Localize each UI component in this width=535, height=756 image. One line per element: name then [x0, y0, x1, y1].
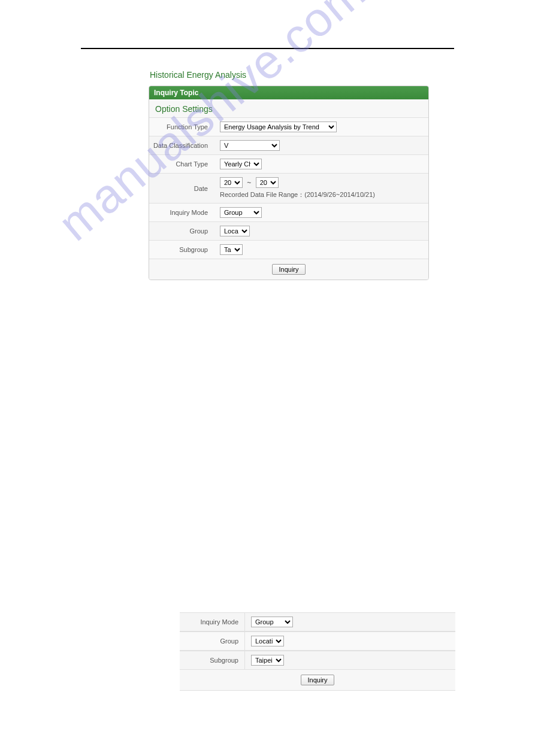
label2-inquiry-mode: Inquiry Mode — [180, 614, 244, 630]
select-group[interactable]: Location — [220, 226, 250, 236]
row2-subgroup: Subgroup Taipei — [180, 651, 455, 670]
page-title: Historical Energy Analysis — [149, 70, 429, 80]
row-inquiry-mode: Inquiry Mode Group — [149, 204, 428, 222]
inquiry-panel: Inquiry Topic Option Settings Function T… — [149, 86, 429, 280]
panel-main-wrapper: Historical Energy Analysis Inquiry Topic… — [149, 70, 429, 280]
cell-date: 2014 ~ 2014 Recorded Data File Range：(20… — [214, 174, 428, 203]
panel-secondary-wrapper: Inquiry Mode Group Group Location Subgro… — [180, 612, 455, 691]
label-function-type: Function Type — [149, 119, 214, 135]
select-subgroup[interactable]: Taipei — [220, 244, 243, 255]
label-date: Date — [149, 180, 214, 197]
row2-inquiry-mode: Inquiry Mode Group — [180, 612, 455, 631]
row-chart-type: Chart Type Yearly Chart — [149, 155, 428, 174]
select-chart-type[interactable]: Yearly Chart — [220, 159, 262, 169]
cell2-subgroup: Taipei — [244, 651, 455, 669]
cell-function-type: Energy Usage Analysis by Trend — [214, 118, 428, 136]
label-inquiry-mode: Inquiry Mode — [149, 204, 214, 221]
select-date-from[interactable]: 2014 — [220, 177, 243, 188]
inquiry-button[interactable]: Inquiry — [272, 264, 305, 275]
label-chart-type: Chart Type — [149, 156, 214, 172]
label-data-classification: Data Classification — [149, 137, 214, 154]
row-group: Group Location — [149, 222, 428, 241]
cell-group: Location — [214, 222, 428, 240]
submit-row-2: Inquiry — [180, 670, 455, 691]
date-separator: ~ — [247, 178, 251, 187]
cell-data-classification: V — [214, 136, 428, 154]
row-subgroup: Subgroup Taipei — [149, 241, 428, 259]
row-function-type: Function Type Energy Usage Analysis by T… — [149, 118, 428, 136]
select-data-classification[interactable]: V — [220, 140, 280, 151]
select2-subgroup[interactable]: Taipei — [251, 655, 284, 666]
label2-subgroup: Subgroup — [180, 652, 244, 669]
panel-header: Inquiry Topic — [149, 86, 428, 99]
row-date: Date 2014 ~ 2014 Recorded Data File Rang… — [149, 174, 428, 204]
select-function-type[interactable]: Energy Usage Analysis by Trend — [220, 122, 337, 132]
cell-inquiry-mode: Group — [214, 204, 428, 221]
row2-group: Group Location — [180, 631, 455, 651]
page-top-rule — [81, 48, 454, 49]
cell-subgroup: Taipei — [214, 241, 428, 259]
cell-chart-type: Yearly Chart — [214, 155, 428, 173]
select2-group[interactable]: Location — [251, 636, 284, 646]
panel-subtitle: Option Settings — [149, 99, 428, 118]
cell2-inquiry-mode: Group — [244, 613, 455, 631]
recorded-range-text: Recorded Data File Range：(2014/9/26~2014… — [220, 190, 422, 199]
select2-inquiry-mode[interactable]: Group — [251, 617, 293, 627]
inquiry-button-2[interactable]: Inquiry — [301, 675, 334, 685]
label2-group: Group — [180, 633, 244, 649]
select-date-to[interactable]: 2014 — [256, 177, 279, 188]
select-inquiry-mode[interactable]: Group — [220, 207, 262, 218]
label-group: Group — [149, 223, 214, 239]
row-data-classification: Data Classification V — [149, 136, 428, 155]
cell2-group: Location — [244, 632, 455, 650]
label-subgroup: Subgroup — [149, 241, 214, 258]
submit-row: Inquiry — [149, 259, 428, 280]
